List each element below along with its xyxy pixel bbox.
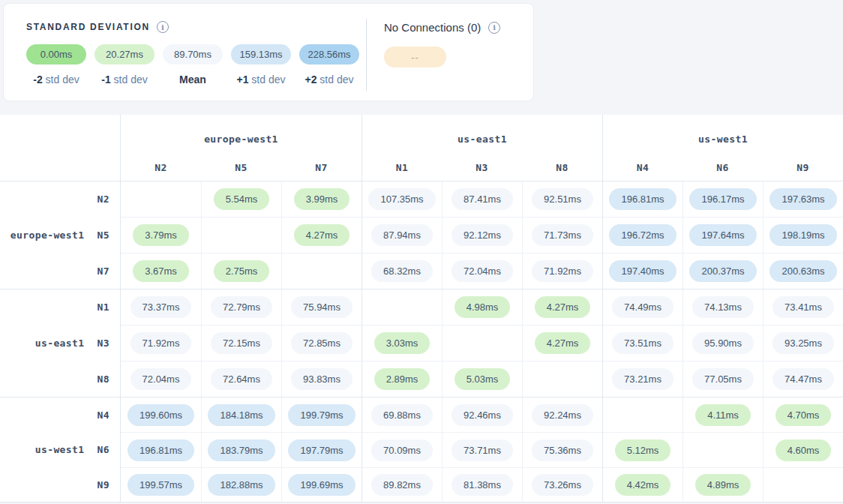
- latency-cell: 199.69ms: [281, 467, 362, 502]
- latency-cell: 3.99ms: [281, 181, 362, 217]
- latency-cell: 92.12ms: [442, 217, 522, 253]
- column-region-header: us-west1: [602, 115, 843, 154]
- row-header: N9: [0, 467, 121, 502]
- std-dev-title-row: STANDARD DEVIATION i: [26, 21, 359, 33]
- latency-cell: 199.79ms: [281, 397, 362, 432]
- latency-chip: 75.94ms: [291, 296, 352, 318]
- latency-chip: 70.09ms: [371, 440, 433, 461]
- latency-chip: 4.42ms: [615, 474, 671, 496]
- row-region-label: europe-west1: [10, 230, 85, 241]
- latency-cell: 93.25ms: [763, 325, 843, 361]
- column-node-header: N3: [442, 154, 522, 181]
- latency-chip: 197.40ms: [609, 260, 676, 282]
- latency-cell: 3.67ms: [121, 253, 201, 289]
- latency-chip: 200.37ms: [689, 260, 756, 282]
- latency-cell: 73.37ms: [121, 289, 201, 325]
- legend-chip-label: +2 std dev: [299, 74, 359, 86]
- latency-chip: 87.41ms: [452, 188, 513, 210]
- latency-chip: 73.37ms: [130, 296, 192, 318]
- latency-chip: 3.99ms: [294, 188, 350, 210]
- latency-cell: 2.75ms: [201, 253, 281, 289]
- info-icon[interactable]: i: [157, 21, 169, 33]
- latency-chip: 199.69ms: [288, 474, 355, 496]
- row-node-label: N4: [98, 410, 110, 421]
- row-node-label: N5: [98, 230, 110, 241]
- latency-cell: 198.19ms: [763, 217, 843, 253]
- latency-cell: 74.49ms: [602, 289, 682, 325]
- latency-cell: 73.71ms: [442, 432, 522, 467]
- latency-chip: 4.27ms: [535, 332, 591, 354]
- column-node-header: N1: [362, 154, 442, 181]
- latency-cell: [121, 181, 201, 217]
- column-node-header: N4: [602, 154, 682, 181]
- latency-chip: 196.81ms: [609, 188, 676, 210]
- latency-cell: [522, 361, 602, 397]
- legend-chip-label: -1 std dev: [94, 74, 154, 86]
- latency-chip: 92.51ms: [532, 188, 593, 210]
- latency-chip: 2.89ms: [374, 368, 430, 390]
- info-icon[interactable]: i: [488, 22, 500, 34]
- latency-chip: 73.71ms: [452, 440, 513, 461]
- latency-cell: 3.79ms: [121, 217, 201, 253]
- latency-chip: 4.11ms: [695, 404, 751, 426]
- latency-chip: 5.03ms: [454, 368, 511, 390]
- legend-labels: -2 std dev-1 std devMean+1 std dev+2 std…: [26, 74, 359, 86]
- column-region-header: us-east1: [362, 115, 602, 154]
- row-region-label: us-west1: [35, 444, 85, 455]
- row-header: N1: [0, 289, 121, 325]
- latency-cell: 73.26ms: [522, 467, 602, 502]
- latency-chip: 74.47ms: [772, 368, 834, 390]
- latency-chip: 196.72ms: [609, 224, 676, 246]
- latency-chip: 183.79ms: [208, 440, 274, 461]
- latency-chip: 73.41ms: [772, 296, 834, 318]
- latency-cell: 70.09ms: [362, 432, 442, 467]
- latency-chip: 4.89ms: [695, 474, 752, 496]
- row-node-label: N7: [98, 266, 110, 277]
- latency-cell: 72.15ms: [201, 325, 281, 361]
- row-node-label: N6: [98, 444, 110, 455]
- latency-chip: 71.92ms: [532, 260, 593, 282]
- legend-chip-label: -2 std dev: [26, 74, 86, 86]
- latency-chip: 197.79ms: [288, 440, 355, 461]
- latency-chip: 72.64ms: [211, 368, 272, 390]
- latency-cell: 4.98ms: [442, 289, 522, 325]
- latency-cell: 92.24ms: [522, 397, 602, 432]
- column-region-header: europe-west1: [121, 115, 362, 154]
- latency-chip: 199.79ms: [288, 404, 355, 426]
- latency-cell: 200.63ms: [763, 253, 843, 289]
- latency-chip: 74.49ms: [612, 296, 674, 318]
- column-node-header: N5: [201, 154, 281, 181]
- latency-chip: 92.12ms: [452, 224, 513, 246]
- latency-chip: 68.32ms: [371, 260, 433, 282]
- latency-dashboard: { "icons": { "info": "i" }, "legend": { …: [0, 0, 843, 504]
- latency-cell: 71.92ms: [522, 253, 602, 289]
- latency-cell: 4.27ms: [522, 325, 602, 361]
- legend-chip: 228.56ms: [299, 44, 359, 64]
- latency-chip: 73.51ms: [612, 332, 674, 354]
- latency-chip: 198.19ms: [770, 224, 836, 246]
- latency-chip: 4.27ms: [535, 296, 591, 318]
- latency-cell: 69.88ms: [362, 397, 442, 432]
- latency-chip: 200.63ms: [770, 260, 836, 282]
- row-header: N8: [0, 361, 121, 397]
- latency-cell: 3.03ms: [362, 325, 442, 361]
- row-header: us-west1N6: [0, 432, 121, 467]
- latency-cell: 71.73ms: [522, 217, 602, 253]
- latency-cell: 182.88ms: [201, 467, 281, 502]
- latency-chip: 71.92ms: [130, 332, 192, 354]
- latency-chip: 89.82ms: [371, 474, 433, 496]
- latency-chip: 4.70ms: [776, 404, 832, 426]
- row-node-label: N9: [98, 479, 110, 490]
- latency-chip: 72.04ms: [130, 368, 192, 390]
- latency-chip: 4.60ms: [776, 440, 832, 461]
- latency-chip: 5.54ms: [214, 188, 270, 210]
- latency-chip: 72.04ms: [452, 260, 513, 282]
- column-node-header: N9: [763, 154, 843, 181]
- latency-cell: [362, 289, 442, 325]
- latency-cell: 197.64ms: [682, 217, 763, 253]
- latency-cell: 92.46ms: [442, 397, 522, 432]
- latency-cell: 196.17ms: [682, 181, 763, 217]
- latency-chip: 75.36ms: [532, 440, 593, 461]
- latency-chip: 199.57ms: [128, 474, 194, 496]
- latency-chip: 73.21ms: [612, 368, 674, 390]
